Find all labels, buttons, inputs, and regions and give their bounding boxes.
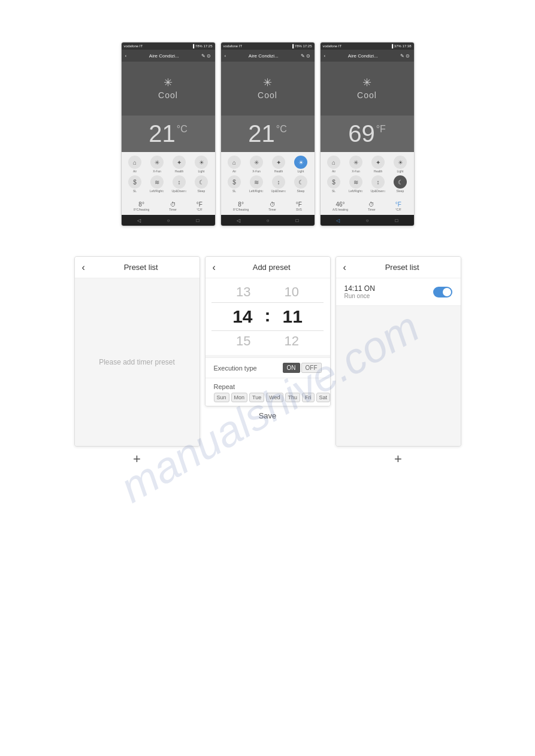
ud-label-1: Up&Down↕ <box>171 189 186 193</box>
day-fri[interactable]: Fri <box>302 393 315 402</box>
exec-on-btn[interactable]: ON <box>283 363 300 373</box>
control-sleep-3[interactable]: ☾ Sleep <box>391 175 410 193</box>
controls-row-1a: ⌂ Air ✳ X-Fan ✦ Health ☀ Light <box>124 156 213 173</box>
back-icon-2[interactable]: ‹ <box>225 53 226 59</box>
nav-recent-3[interactable]: □ <box>395 218 398 223</box>
control-sleep-1[interactable]: ☾ Sleep <box>192 175 211 193</box>
save-preset-button[interactable]: Save <box>259 411 277 420</box>
nav-home-3[interactable]: ○ <box>366 218 369 223</box>
control-sleep-2[interactable]: ☾ Sleep <box>291 175 310 193</box>
control-air-1[interactable]: ⌂ Air <box>125 156 144 173</box>
nav-back-3[interactable]: ◁ <box>336 218 340 223</box>
day-thu[interactable]: Thu <box>285 393 301 402</box>
sleep-label-1: Sleep <box>198 189 205 193</box>
heating-icon-1: 8° <box>138 201 144 208</box>
add-preset-button-empty[interactable]: + <box>133 451 141 467</box>
health-label-2: Health <box>274 169 283 173</box>
control-sl-3[interactable]: $ SL <box>324 175 343 193</box>
snowflake-icon-1: ✳ <box>164 76 173 89</box>
info-unit-3[interactable]: °F °C/F <box>395 201 401 211</box>
controls-row-1b: $ SL ≋ Left/Right↕ ↕ Up&Down↕ ☾ Sleep <box>124 175 213 193</box>
day-wed[interactable]: Wed <box>266 393 283 402</box>
info-unit-2[interactable]: °F SVS <box>296 201 302 211</box>
edit-icon-3[interactable]: ✎ ⊙ <box>400 53 410 59</box>
back-btn-add-preset[interactable]: ‹ <box>213 262 216 273</box>
day-sat[interactable]: Sat <box>316 393 331 402</box>
repeat-section: Repeat Sun Mon Tue Wed Thu Fri Sat <box>205 378 330 406</box>
info-unit-1[interactable]: °F °C/F <box>197 201 202 211</box>
preset-item-info: 14:11 ON Run once <box>344 284 375 299</box>
time-picker[interactable]: 13 10 14 : 11 <box>205 278 330 355</box>
nav-recent-2[interactable]: □ <box>296 218 299 223</box>
info-heating-1[interactable]: 8° 8°C/heating <box>134 201 149 211</box>
control-sl-1[interactable]: $ SL <box>125 175 144 193</box>
control-light-2[interactable]: ☀ Light <box>291 156 310 173</box>
app-screens-row: ‹ Preset list Please add timer preset + … <box>0 238 535 472</box>
control-xfan-1[interactable]: ✳ X-Fan <box>147 156 167 173</box>
days-row[interactable]: Sun Mon Tue Wed Thu Fri Sat <box>214 393 322 402</box>
health-icon-2: ✦ <box>272 156 285 169</box>
nav-home-2[interactable]: ○ <box>267 218 270 223</box>
info-timer-1[interactable]: ⏱ Timer <box>169 201 177 211</box>
cool-section-1: ✳ Cool <box>122 62 215 116</box>
control-ud-1[interactable]: ↕ Up&Down↕ <box>170 175 189 193</box>
back-btn-preset-filled[interactable]: ‹ <box>343 262 346 273</box>
control-health-2[interactable]: ✦ Health <box>269 156 288 173</box>
battery-2: ▐ 78% 17:25 <box>291 44 312 48</box>
app-screen-preset-empty: ‹ Preset list Please add timer preset <box>74 256 200 447</box>
control-light-1[interactable]: ☀ Light <box>192 156 211 173</box>
health-label-1: Health <box>175 169 183 173</box>
control-lr-2[interactable]: ≋ Left/Right↕ <box>247 175 266 193</box>
add-preset-title: Add preset <box>220 263 323 272</box>
exec-off-btn[interactable]: OFF <box>301 363 322 373</box>
day-sun[interactable]: Sun <box>214 393 229 402</box>
control-light-3[interactable]: ☀ Light <box>391 156 410 173</box>
back-btn-preset-empty[interactable]: ‹ <box>82 262 85 273</box>
sleep-label-3: Sleep <box>397 189 404 193</box>
time-mins: 11 <box>283 304 303 329</box>
phone-screen-1: vodafone IT ▐ 78% 17:25 ‹ Aire Condizi..… <box>121 42 216 226</box>
control-lr-3[interactable]: ≋ Left/Right↕ <box>346 175 365 193</box>
control-air-3[interactable]: ⌂ Air <box>324 156 343 173</box>
control-health-1[interactable]: ✦ Health <box>170 156 189 173</box>
info-heating-3[interactable]: 46° A/S heating <box>333 201 348 211</box>
control-ud-3[interactable]: ↕ Up&Down↕ <box>368 175 388 193</box>
air-icon-3: ⌂ <box>327 156 340 169</box>
day-tue[interactable]: Tue <box>249 393 264 402</box>
add-preset-button-filled[interactable]: + <box>394 451 402 467</box>
info-heating-2[interactable]: 8° 8°C/heating <box>233 201 249 211</box>
control-sl-2[interactable]: $ SL <box>225 175 244 193</box>
edit-icon-2[interactable]: ✎ ⊙ <box>301 53 310 59</box>
time-hours-col: 14 <box>232 304 252 329</box>
control-xfan-2[interactable]: ✳ X-Fan <box>247 156 266 173</box>
control-ud-2[interactable]: ↕ Up&Down↕ <box>269 175 288 193</box>
air-label-2: Air <box>232 169 236 173</box>
unit-label-1: °C/F <box>197 208 202 211</box>
info-timer-2[interactable]: ⏱ Timer <box>268 201 276 211</box>
info-timer-3[interactable]: ⏱ Timer <box>368 201 376 211</box>
control-lr-1[interactable]: ≋ Left/Right↕ <box>147 175 167 193</box>
time-colon: : <box>265 305 271 328</box>
time-hours-next: 15 <box>236 332 250 350</box>
preset-list-item[interactable]: 14:11 ON Run once <box>336 278 461 306</box>
unit-icon-1: °F <box>197 201 202 208</box>
app-header-add-preset: ‹ Add preset <box>205 257 330 278</box>
nav-back-1[interactable]: ◁ <box>137 218 141 223</box>
nav-back-2[interactable]: ◁ <box>237 218 240 223</box>
back-icon-3[interactable]: ‹ <box>324 53 326 59</box>
preset-toggle[interactable] <box>433 287 452 297</box>
controls-1: ⌂ Air ✳ X-Fan ✦ Health ☀ Light $ <box>122 152 215 199</box>
nav-home-1[interactable]: ○ <box>167 218 170 223</box>
light-icon-3: ☀ <box>394 156 407 169</box>
day-mon[interactable]: Mon <box>231 393 248 402</box>
control-xfan-3[interactable]: ✳ X-Fan <box>346 156 365 173</box>
info-row-1: 8° 8°C/heating ⏱ Timer °F °C/F <box>122 199 215 215</box>
control-air-2[interactable]: ⌂ Air <box>225 156 244 173</box>
control-health-3[interactable]: ✦ Health <box>368 156 388 173</box>
edit-icon-1[interactable]: ✎ ⊙ <box>201 53 211 59</box>
nav-recent-1[interactable]: □ <box>197 218 200 223</box>
exec-toggle[interactable]: ON OFF <box>283 363 322 373</box>
back-icon-1[interactable]: ‹ <box>125 53 127 59</box>
temp-section-1: 21 °C <box>122 116 215 152</box>
unit-icon-2: °F <box>296 201 302 208</box>
